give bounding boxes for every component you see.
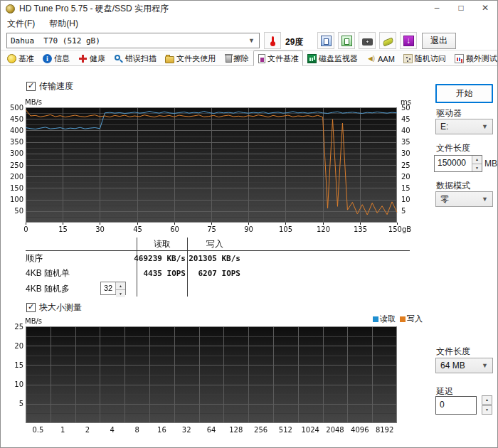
stepper-down-icon[interactable]: ▼ — [472, 164, 482, 172]
tab-aam[interactable]: AAM — [362, 51, 399, 65]
copy-text-button[interactable] — [317, 32, 334, 49]
drive-select[interactable]: E: ▼ — [435, 119, 493, 134]
toolbar: Dahua T70 (512 gB) ▼ 29度 退出 — [1, 31, 497, 50]
tab-random-access[interactable]: 随机访问 — [399, 51, 450, 65]
file-length2-select[interactable]: 64 MB ▼ — [435, 358, 493, 373]
search-icon — [114, 54, 123, 63]
file-page-icon — [258, 54, 265, 63]
camera-icon — [362, 38, 373, 46]
checkbox-checked-icon — [26, 82, 36, 91]
window-title: HD Tune Pro 5.75 - 硬盘/SSD 实用程序 — [19, 3, 169, 15]
copy-image-button[interactable] — [338, 32, 355, 49]
info-icon — [43, 54, 52, 63]
chevron-down-icon: ▼ — [248, 37, 259, 44]
device-select-value: Dahua T70 (512 gB) — [7, 36, 100, 46]
copy-text-icon — [321, 36, 332, 46]
file-length2-label: 文件长度 — [436, 346, 470, 358]
file-length-label: 文件长度 — [436, 142, 470, 154]
file-length-value: 150000 — [435, 156, 472, 171]
file-length2-value: 64 MB — [436, 361, 465, 370]
menu-file[interactable]: 文件(F) — [7, 18, 35, 30]
table-row-sequential: 顺序 469239 KB/s 201305 KB/s — [26, 251, 410, 266]
file-length-unit: MB — [484, 159, 497, 169]
download-arrow-icon — [403, 36, 414, 46]
drive-label: 驱动器 — [436, 107, 462, 119]
table-row-4kb-random-multi: 4KB 随机多 32 ▲▼ — [26, 281, 410, 297]
monitor-chart-icon — [307, 54, 317, 63]
queue-depth-stepper[interactable]: 32 ▲▼ — [100, 282, 126, 295]
chevron-down-icon: ▼ — [482, 123, 492, 130]
tab-erase[interactable]: 擦除 — [220, 51, 253, 65]
tab-info[interactable]: 信息 — [38, 51, 74, 65]
tab-disk-monitor[interactable]: 磁盘监视器 — [303, 51, 362, 65]
app-icon — [6, 4, 15, 14]
chevron-down-icon: ▼ — [482, 362, 492, 369]
stepper-up-icon[interactable]: ▲ — [472, 156, 482, 164]
random-single-write-value: 6207 IOPS — [188, 266, 242, 281]
trash-icon — [226, 55, 232, 63]
save-button[interactable] — [379, 32, 396, 49]
title-bar: HD Tune Pro 5.75 - 硬盘/SSD 实用程序 – □ ✕ — [1, 1, 497, 16]
menu-help[interactable]: 帮助(H) — [49, 18, 78, 30]
delay-up-button[interactable]: ▲ — [482, 395, 492, 405]
data-mode-select[interactable]: 零 ▼ — [435, 191, 493, 207]
start-button[interactable]: 开始 — [435, 84, 493, 103]
block-size-checkbox[interactable]: 块大小测量 — [26, 302, 82, 314]
speaker-icon — [366, 54, 376, 63]
tab-bar: 基准 信息 健康 错误扫描 文件夹使用 擦除 文件基准 磁盘监视器 AAM 随机… — [1, 50, 497, 66]
exit-button[interactable]: 退出 — [422, 33, 456, 49]
copy-image-icon — [341, 36, 352, 46]
write-column-header: 写入 — [188, 238, 242, 250]
queue-depth-value: 32 — [101, 282, 115, 294]
device-select[interactable]: Dahua T70 (512 gB) ▼ — [6, 33, 260, 48]
tab-benchmark[interactable]: 基准 — [3, 51, 38, 65]
extra-tests-icon — [455, 54, 464, 63]
data-mode-value: 零 — [436, 193, 449, 206]
tab-error-scan[interactable]: 错误扫描 — [110, 51, 161, 65]
sequential-read-value: 469239 KB/s — [137, 251, 188, 266]
menu-bar: 文件(F) 帮助(H) — [1, 16, 497, 31]
tab-file-benchmark[interactable]: 文件基准 — [253, 50, 303, 66]
thermometer-icon — [267, 36, 278, 46]
folder-icon — [165, 56, 174, 63]
delay-input[interactable]: 0 — [435, 396, 477, 415]
delay-down-button[interactable]: ▼ — [482, 405, 492, 415]
hdtune-window: HD Tune Pro 5.75 - 硬盘/SSD 实用程序 – □ ✕ 文件(… — [0, 0, 498, 448]
drive-select-value: E: — [436, 122, 448, 132]
sequential-write-value: 201305 KB/s — [188, 251, 242, 266]
stepper-up-icon[interactable]: ▲ — [116, 282, 125, 289]
stepper-down-icon[interactable]: ▼ — [116, 289, 125, 297]
results-header-row: 读取 写入 — [26, 238, 410, 251]
close-button[interactable]: ✕ — [473, 1, 497, 16]
health-cross-icon — [78, 54, 88, 63]
save-icon — [382, 37, 394, 46]
transfer-speed-checkbox[interactable]: 传输速度 — [26, 80, 73, 92]
read-column-header: 读取 — [137, 238, 188, 250]
transfer-speed-chart — [6, 97, 425, 241]
bulb-icon — [7, 54, 16, 63]
checkbox-checked-icon — [26, 303, 36, 312]
tab-folder-usage[interactable]: 文件夹使用 — [161, 51, 220, 65]
results-table: 读取 写入 顺序 469239 KB/s 201305 KB/s 4KB 随机单… — [26, 238, 410, 297]
data-mode-label: 数据模式 — [436, 180, 470, 192]
random-access-icon — [403, 54, 413, 63]
block-size-chart — [6, 316, 425, 434]
tab-extra-tests[interactable]: 额外测试 — [450, 51, 498, 65]
maximize-button[interactable]: □ — [449, 1, 473, 16]
temperature-value: 29度 — [285, 36, 303, 48]
update-button[interactable] — [400, 32, 417, 49]
temperature-button[interactable] — [264, 32, 281, 49]
minimize-button[interactable]: – — [425, 1, 449, 16]
file-length-stepper[interactable]: 150000 ▲▼ — [434, 155, 482, 172]
screenshot-button[interactable] — [359, 32, 376, 49]
chevron-down-icon: ▼ — [482, 196, 492, 203]
table-row-4kb-random-single: 4KB 随机单 4435 IOPS 6207 IOPS — [26, 266, 410, 281]
random-single-read-value: 4435 IOPS — [137, 266, 188, 281]
tab-health[interactable]: 健康 — [74, 51, 110, 65]
